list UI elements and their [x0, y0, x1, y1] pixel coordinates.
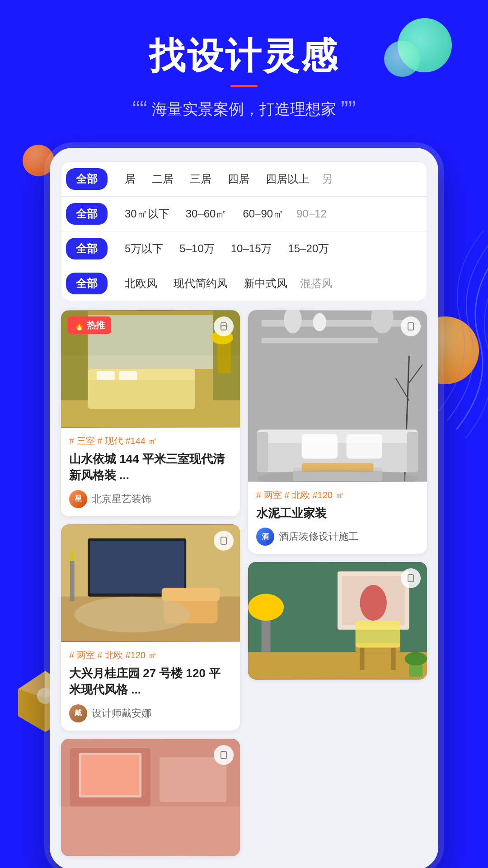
card-title-1: 山水依城 144 平米三室现代清新风格装 ...	[69, 451, 232, 484]
author-name-1: 北京星艺装饰	[92, 492, 151, 506]
filter-badge-all-2[interactable]: 全部	[66, 203, 108, 225]
filter-item-3[interactable]: 三居	[182, 168, 220, 190]
svg-rect-69	[408, 575, 413, 582]
svg-rect-27	[221, 537, 226, 544]
filter-style-3[interactable]: 新中式风	[236, 273, 296, 294]
bookmark-btn-5[interactable]	[214, 745, 234, 765]
page-title: 找设计灵感	[0, 36, 488, 76]
filter-style-2[interactable]: 现代简约风	[165, 273, 236, 294]
phone-wrapper: 全部 居 二居 三居 四居 四居以上 另 全部 30㎡以下 30–60㎡ 60–…	[0, 148, 488, 868]
card-author-3: 戴 设计师戴安娜	[69, 704, 232, 722]
bookmark-btn-2[interactable]	[401, 316, 421, 336]
filter-row-room: 全部 居 二居 三居 四居 四居以上 另	[61, 162, 427, 197]
filter-row-style: 全部 北欧风 现代简约风 新中式风 混搭风	[61, 266, 427, 301]
svg-point-67	[405, 652, 427, 666]
card-title-2: 水泥工业家装	[256, 505, 419, 521]
filter-area-1[interactable]: 30㎡以下	[117, 203, 178, 225]
phone-screen: 全部 居 二居 三居 四居 四居以上 另 全部 30㎡以下 30–60㎡ 60–…	[50, 148, 438, 868]
filter-row-area: 全部 30㎡以下 30–60㎡ 60–90㎡ 90–12	[61, 197, 427, 231]
card-img-wrap-3	[61, 524, 240, 642]
filter-item-5[interactable]: 四居以上	[258, 168, 317, 190]
svg-rect-9	[97, 371, 115, 380]
card-tags-2: # 两室 # 北欧 #120 ㎡	[256, 489, 419, 501]
svg-rect-57	[248, 652, 427, 679]
card-bedroom[interactable]: 🔥 热推 # 三室 # 现代 #144 ㎡ 山水依城 144 平米三室现	[61, 310, 240, 516]
filter-budget-1[interactable]: 5万以下	[117, 238, 171, 259]
card-body-1: # 三室 # 现代 #144 ㎡ 山水依城 144 平米三室现代清新风格装 ..…	[61, 428, 240, 516]
filter-more-1[interactable]: 另	[317, 168, 337, 190]
card-img-wrap-2	[248, 310, 427, 482]
filter-row-budget: 全部 5万以下 5–10万 10–15万 15–20万	[61, 231, 427, 266]
filter-style-4[interactable]: 混搭风	[296, 273, 337, 294]
hot-badge: 🔥 热推	[67, 316, 111, 334]
card-image-pink	[61, 739, 240, 856]
filter-item-1[interactable]: 居	[117, 168, 144, 190]
author-name-2: 酒店装修设计施工	[279, 530, 358, 543]
svg-rect-10	[119, 371, 137, 380]
svg-rect-48	[407, 432, 418, 472]
card-author-1: 星 北京星艺装饰	[69, 490, 232, 508]
svg-point-24	[75, 596, 191, 632]
filter-area-2[interactable]: 30–60㎡	[178, 203, 235, 225]
svg-rect-38	[262, 338, 378, 343]
card-living[interactable]: # 两室 # 北欧 #120 ㎡ 水泥工业家装 酒 酒店装修设计施工	[248, 310, 427, 554]
filter-badge-all-4[interactable]: 全部	[66, 273, 108, 294]
svg-rect-23	[162, 588, 220, 601]
card-green[interactable]	[248, 562, 427, 679]
card-tags-3: # 两室 # 北欧 #120 ㎡	[69, 649, 232, 661]
card-pink[interactable]	[61, 739, 240, 856]
card-image-green	[248, 562, 427, 679]
card-title-3: 大兴月桂庄园 27 号楼 120 平米现代风格 ...	[69, 665, 232, 698]
svg-rect-50	[347, 434, 382, 458]
filter-budget-2[interactable]: 5–10万	[171, 238, 222, 259]
author-name-3: 设计师戴安娜	[92, 707, 151, 720]
svg-rect-64	[360, 648, 365, 670]
right-quote: ””	[341, 98, 356, 121]
card-image-living	[248, 310, 427, 482]
filter-style-1[interactable]: 北欧风	[117, 273, 165, 294]
svg-rect-65	[391, 648, 396, 670]
author-avatar-1: 星	[69, 490, 87, 508]
filter-budget-4[interactable]: 15–20万	[280, 238, 338, 259]
svg-rect-21	[90, 541, 184, 594]
card-body-3: # 两室 # 北欧 #120 ㎡ 大兴月桂庄园 27 号楼 120 平米现代风格…	[61, 642, 240, 731]
svg-rect-33	[81, 755, 140, 795]
filter-item-4[interactable]: 四居	[220, 168, 258, 190]
header: 找设计灵感 ““ 海量实景案例，打造理想家 ””	[0, 0, 488, 139]
bookmark-btn-1[interactable]	[214, 316, 234, 336]
filter-badge-all-1[interactable]: 全部	[66, 168, 108, 190]
svg-rect-29	[61, 806, 240, 855]
author-avatar-3: 戴	[69, 704, 87, 722]
card-img-wrap-1: 🔥 热推	[61, 310, 240, 428]
card-img-wrap-4	[248, 562, 427, 679]
card-tv[interactable]: # 两室 # 北欧 #120 ㎡ 大兴月桂庄园 27 号楼 120 平米现代风格…	[61, 524, 240, 731]
bookmark-btn-3[interactable]	[214, 531, 234, 551]
card-image-tv	[61, 524, 240, 642]
filter-budget-3[interactable]: 10–15万	[223, 238, 280, 259]
filter-area-3[interactable]: 60–90㎡	[235, 203, 292, 225]
svg-rect-47	[257, 432, 268, 472]
filter-container: 全部 居 二居 三居 四居 四居以上 另 全部 30㎡以下 30–60㎡ 60–…	[61, 161, 427, 301]
right-column: # 两室 # 北欧 #120 ㎡ 水泥工业家装 酒 酒店装修设计施工	[248, 310, 427, 856]
svg-rect-68	[356, 621, 400, 647]
author-avatar-2: 酒	[256, 528, 274, 546]
left-column: 🔥 热推 # 三室 # 现代 #144 ㎡ 山水依城 144 平米三室现	[61, 310, 240, 856]
svg-point-60	[360, 585, 387, 621]
filter-item-2[interactable]: 二居	[144, 168, 182, 190]
svg-rect-16	[221, 323, 226, 330]
header-subtitle: ““ 海量实景案例，打造理想家 ””	[0, 98, 488, 121]
card-body-2: # 两室 # 北欧 #120 ㎡ 水泥工业家装 酒 酒店装修设计施工	[248, 482, 427, 554]
header-divider	[230, 85, 258, 87]
subtitle-text: 海量实景案例，打造理想家	[152, 99, 336, 120]
filter-badge-all-3[interactable]: 全部	[66, 238, 108, 259]
svg-rect-34	[221, 751, 226, 759]
card-author-2: 酒 酒店装修设计施工	[256, 528, 419, 546]
svg-rect-49	[302, 434, 338, 458]
svg-rect-31	[160, 757, 227, 802]
filter-area-4[interactable]: 90–12	[292, 204, 331, 224]
left-quote: ““	[132, 98, 147, 121]
content-grid: 🔥 热推 # 三室 # 现代 #144 ㎡ 山水依城 144 平米三室现	[61, 310, 427, 856]
svg-rect-25	[70, 561, 75, 601]
svg-point-40	[313, 313, 327, 331]
card-img-wrap-5	[61, 739, 240, 856]
